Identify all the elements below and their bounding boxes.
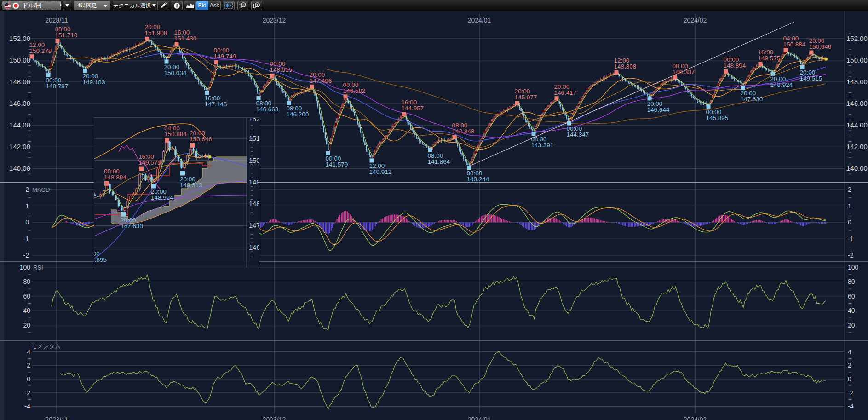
svg-text:152: 152: [249, 118, 259, 123]
svg-text:2024/01: 2024/01: [468, 17, 491, 24]
svg-text:2023/12: 2023/12: [263, 17, 286, 24]
svg-text:149: 149: [249, 178, 259, 186]
svg-text:144.00: 144.00: [9, 121, 30, 129]
svg-text:146.00: 146.00: [9, 99, 30, 107]
svg-text:152.00: 152.00: [9, 35, 30, 42]
svg-text:149.183: 149.183: [83, 79, 105, 86]
svg-text:142.00: 142.00: [846, 143, 868, 150]
svg-text:146.644: 146.644: [647, 106, 670, 113]
svg-text:148.924: 148.924: [151, 194, 173, 201]
svg-text:151.430: 151.430: [174, 35, 197, 42]
svg-text:100: 100: [848, 264, 859, 271]
svg-text:2: 2: [848, 186, 851, 193]
svg-text:146.00: 146.00: [846, 99, 868, 107]
svg-text:149.513: 149.513: [180, 182, 202, 189]
svg-text:148.894: 148.894: [104, 174, 126, 181]
svg-text:148.894: 148.894: [724, 62, 746, 69]
svg-text:148.797: 148.797: [46, 83, 69, 90]
svg-text:0: 0: [25, 219, 29, 226]
svg-text:4: 4: [27, 348, 30, 356]
svg-text:60: 60: [848, 293, 855, 300]
svg-text:1: 1: [848, 202, 851, 210]
svg-text:MACD: MACD: [32, 186, 50, 193]
svg-text:2023/11: 2023/11: [45, 17, 68, 24]
svg-text:140.244: 140.244: [467, 176, 489, 183]
svg-text:148.00: 148.00: [846, 78, 868, 86]
svg-text:149.575: 149.575: [138, 159, 161, 166]
svg-text:148.515: 148.515: [270, 66, 293, 73]
svg-text:0: 0: [27, 375, 30, 383]
svg-text:-4: -4: [25, 403, 31, 410]
svg-text:-2: -2: [848, 389, 854, 397]
svg-text:141.864: 141.864: [428, 158, 450, 165]
svg-text:-2: -2: [848, 252, 854, 259]
svg-text:148.924: 148.924: [770, 81, 793, 88]
svg-text:20: 20: [848, 322, 855, 329]
svg-text:149.749: 149.749: [214, 53, 236, 60]
svg-text:2024/02: 2024/02: [684, 416, 707, 420]
svg-text:142.848: 142.848: [452, 128, 475, 135]
svg-text:148.808: 148.808: [614, 63, 637, 70]
svg-text:144.347: 144.347: [567, 131, 589, 138]
svg-text:142.00: 142.00: [9, 143, 30, 150]
svg-text:150.646: 150.646: [809, 43, 832, 50]
svg-text:-4: -4: [848, 403, 854, 410]
svg-text:150.646: 150.646: [190, 136, 212, 143]
svg-text:145.977: 145.977: [515, 94, 537, 101]
svg-text:145.895: 145.895: [706, 115, 729, 121]
svg-text:146: 146: [249, 244, 259, 251]
svg-text:140.912: 140.912: [369, 168, 392, 175]
svg-text:モメンタム: モメンタム: [31, 343, 61, 350]
svg-text:-1: -1: [23, 235, 29, 242]
svg-text:100: 100: [20, 264, 31, 271]
svg-text:145.895: 145.895: [94, 256, 107, 263]
svg-text:150.00: 150.00: [9, 56, 30, 64]
svg-text:147: 147: [249, 222, 259, 229]
svg-text:20: 20: [23, 322, 30, 329]
svg-text:147.146: 147.146: [205, 101, 227, 108]
svg-text:148.00: 148.00: [9, 78, 30, 86]
svg-text:151: 151: [249, 135, 259, 142]
svg-text:-2: -2: [23, 252, 29, 259]
svg-text:2024/02: 2024/02: [684, 17, 707, 24]
svg-text:150.884: 150.884: [164, 131, 187, 138]
svg-text:40: 40: [23, 307, 30, 314]
svg-text:147.496: 147.496: [310, 77, 332, 84]
svg-text:149.575: 149.575: [758, 55, 781, 62]
svg-text:143.391: 143.391: [531, 142, 554, 149]
svg-text:151.908: 151.908: [145, 29, 167, 36]
svg-text:146.663: 146.663: [256, 106, 279, 113]
svg-text:RSI: RSI: [33, 264, 43, 271]
svg-text:2023/11: 2023/11: [45, 416, 68, 420]
svg-text:146.582: 146.582: [343, 87, 366, 94]
svg-text:80: 80: [848, 278, 855, 285]
svg-text:150.884: 150.884: [783, 41, 806, 48]
svg-text:144.00: 144.00: [846, 121, 868, 129]
svg-text:60: 60: [23, 293, 30, 300]
svg-text:149.515: 149.515: [800, 75, 822, 82]
svg-text:2024/01: 2024/01: [468, 416, 491, 420]
svg-text:-1: -1: [848, 235, 854, 242]
svg-text:0: 0: [848, 375, 851, 383]
svg-text:150.00: 150.00: [846, 56, 868, 64]
svg-text:140.00: 140.00: [846, 164, 868, 172]
svg-text:144.957: 144.957: [402, 105, 424, 112]
svg-text:150: 150: [249, 157, 259, 164]
svg-text:146.200: 146.200: [287, 111, 309, 118]
svg-text:2: 2: [25, 186, 29, 193]
svg-text:146.417: 146.417: [554, 89, 577, 96]
svg-text:152.00: 152.00: [846, 35, 868, 42]
svg-text:150.034: 150.034: [164, 69, 187, 76]
svg-text:2: 2: [848, 362, 851, 369]
svg-text:147.630: 147.630: [121, 223, 143, 230]
svg-text:4: 4: [848, 348, 851, 356]
svg-text:40: 40: [848, 307, 855, 314]
svg-text:140.00: 140.00: [9, 164, 30, 172]
svg-text:151.710: 151.710: [55, 32, 78, 39]
svg-text:80: 80: [23, 278, 30, 285]
svg-text:1: 1: [25, 202, 29, 210]
svg-text:150.278: 150.278: [29, 47, 52, 54]
svg-text:2023/12: 2023/12: [263, 416, 286, 420]
svg-text:2: 2: [27, 362, 30, 369]
svg-text:148.337: 148.337: [673, 69, 695, 75]
